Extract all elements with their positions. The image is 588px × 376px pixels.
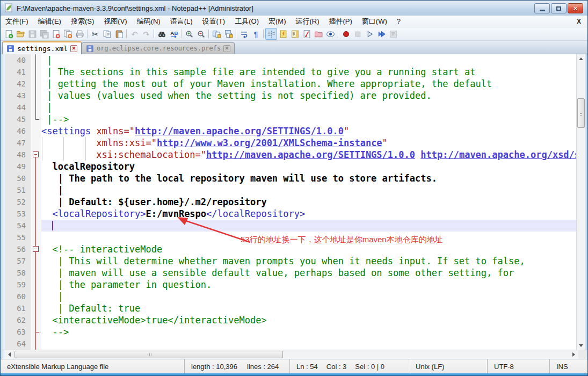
code-editor[interactable]: 40 |41 | The sections in this sample fil… bbox=[5, 54, 576, 350]
function-list-button[interactable] bbox=[301, 28, 313, 40]
code-text[interactable]: | maven will use a sensible default valu… bbox=[41, 267, 576, 279]
code-text[interactable] bbox=[41, 232, 576, 243]
code-text[interactable]: |--> bbox=[41, 113, 576, 125]
code-text[interactable]: <!-- interactiveMode bbox=[41, 243, 576, 255]
code-text[interactable]: | getting the most out of your Maven ins… bbox=[41, 78, 576, 90]
menu-item-encoding[interactable]: 编码(N) bbox=[132, 16, 165, 27]
code-line-47: 47 xmlns:xsi="http://www.w3.org/2001/XML… bbox=[5, 137, 576, 149]
code-text[interactable]: | the parameter in question. bbox=[41, 279, 576, 291]
find-button[interactable] bbox=[156, 28, 168, 40]
code-text[interactable]: | Default: ${user.home}/.m2/repository bbox=[41, 196, 576, 208]
print-button[interactable] bbox=[74, 28, 85, 40]
collapse-minus-icon[interactable] bbox=[33, 246, 39, 252]
horizontal-scrollbar[interactable] bbox=[5, 350, 578, 359]
code-text[interactable]: | The sections in this sample file are i… bbox=[41, 66, 576, 78]
scroll-left-button[interactable] bbox=[5, 350, 14, 359]
code-text[interactable]: <settings xmlns="http://maven.apache.org… bbox=[41, 125, 576, 137]
menu-item-macro[interactable]: 宏(M) bbox=[264, 16, 291, 27]
status-insert-mode[interactable]: INS bbox=[550, 359, 587, 373]
code-text[interactable]: | The path to the local repository maven… bbox=[41, 172, 576, 184]
toolbar-separator bbox=[338, 30, 338, 38]
sync-vertical-button[interactable] bbox=[210, 28, 222, 40]
menu-item-edit[interactable]: 编辑(E) bbox=[33, 16, 66, 27]
word-wrap-button[interactable] bbox=[238, 28, 250, 40]
close-document-x[interactable]: X bbox=[570, 18, 587, 25]
code-text[interactable] bbox=[41, 338, 576, 350]
menu-item-tools[interactable]: 工具(O) bbox=[230, 16, 264, 27]
undo-button[interactable]: ↶ bbox=[128, 28, 140, 40]
macro-run-multiple-button[interactable] bbox=[375, 28, 387, 40]
replace-button[interactable]: AB bbox=[168, 28, 179, 40]
save-all-button[interactable] bbox=[38, 28, 50, 40]
code-text[interactable]: <localRepository>E:/mvnRespo</localRepos… bbox=[41, 208, 576, 220]
code-text[interactable]: xmlns:xsi="http://www.w3.org/2001/XMLSch… bbox=[41, 137, 576, 149]
fold-toggle[interactable] bbox=[31, 243, 41, 255]
redo-button[interactable]: ↷ bbox=[140, 28, 152, 40]
menu-item-settings[interactable]: 设置(T) bbox=[198, 16, 230, 27]
sync-horizontal-button[interactable] bbox=[222, 28, 234, 40]
menu-item-plugins[interactable]: 插件(P) bbox=[324, 16, 357, 27]
scroll-down-button[interactable] bbox=[577, 341, 585, 350]
code-line-58: 58 | maven will use a sensible default v… bbox=[5, 267, 576, 279]
cut-button[interactable]: ✂ bbox=[89, 28, 101, 40]
status-encoding[interactable]: UTF-8 bbox=[488, 359, 550, 373]
save-file-button[interactable] bbox=[26, 28, 38, 40]
code-text[interactable]: --> bbox=[41, 326, 576, 338]
status-position: Ln : 54 Col : 3 Sel : 0 | 0 bbox=[290, 359, 409, 373]
maximize-button[interactable] bbox=[551, 3, 567, 13]
tab-org-eclipse-prefs[interactable]: org.eclipse.core.resources.prefs✕ bbox=[82, 42, 235, 54]
macro-play-button[interactable] bbox=[364, 28, 375, 40]
code-text[interactable]: <interactiveMode>true</interactiveMode> bbox=[41, 314, 576, 326]
zoom-out-button[interactable] bbox=[195, 28, 207, 40]
menu-item-search[interactable]: 搜索(S) bbox=[66, 16, 99, 27]
menu-item-language[interactable]: 语言(L) bbox=[165, 16, 198, 27]
title-bar[interactable]: F:\Maven\apache-maven-3.3.9\conf\setting… bbox=[1, 1, 587, 16]
close-file-button[interactable] bbox=[50, 28, 62, 40]
menu-item-window[interactable]: 窗口(W) bbox=[357, 16, 392, 27]
paste-button[interactable] bbox=[113, 28, 125, 40]
open-file-button[interactable] bbox=[14, 28, 26, 40]
menu-item-run[interactable]: 运行(R) bbox=[291, 16, 324, 27]
folder-workspace-button[interactable] bbox=[313, 28, 324, 40]
monitoring-button[interactable] bbox=[324, 28, 336, 40]
tab-settings-xml[interactable]: settings.xml✕ bbox=[2, 41, 82, 54]
code-text[interactable]: | bbox=[41, 102, 576, 113]
code-text[interactable]: localRepository bbox=[41, 161, 576, 172]
fold-margin bbox=[31, 113, 41, 125]
code-text[interactable]: | bbox=[41, 184, 576, 196]
show-all-characters-button[interactable]: ¶ bbox=[250, 28, 262, 40]
collapse-minus-icon[interactable] bbox=[33, 151, 39, 157]
code-text[interactable]: xsi:schemaLocation="http://maven.apache.… bbox=[41, 149, 576, 161]
vertical-scroll-thumb[interactable] bbox=[577, 98, 585, 128]
define-language-button[interactable] bbox=[277, 28, 289, 40]
menu-item-help[interactable]: ? bbox=[392, 16, 405, 27]
horizontal-scroll-thumb[interactable] bbox=[14, 351, 283, 358]
minimize-button[interactable] bbox=[534, 3, 550, 13]
close-all-button[interactable] bbox=[62, 28, 74, 40]
tab-close-button[interactable]: ✕ bbox=[223, 45, 230, 52]
close-button[interactable]: ✕ bbox=[568, 3, 583, 13]
macro-record-button[interactable] bbox=[340, 28, 352, 40]
menu-item-file[interactable]: 文件(F) bbox=[1, 16, 33, 27]
new-file-button[interactable] bbox=[3, 28, 14, 40]
document-map-button[interactable] bbox=[289, 28, 301, 40]
code-text[interactable]: | Default: true bbox=[41, 302, 576, 314]
code-text[interactable]: | bbox=[41, 291, 576, 302]
status-eol[interactable]: Unix (LF) bbox=[409, 359, 488, 373]
scroll-right-button[interactable] bbox=[569, 350, 578, 359]
fold-toggle[interactable] bbox=[31, 149, 41, 161]
zoom-in-button[interactable] bbox=[183, 28, 195, 40]
macro-stop-button[interactable] bbox=[352, 28, 364, 40]
scroll-up-button[interactable] bbox=[577, 54, 585, 63]
vertical-scrollbar[interactable] bbox=[576, 54, 585, 350]
menu-item-view[interactable]: 视图(V) bbox=[99, 16, 132, 27]
code-text[interactable]: | values (values used when the setting i… bbox=[41, 90, 576, 102]
macro-save-button[interactable] bbox=[387, 28, 399, 40]
tab-close-button[interactable]: ✕ bbox=[70, 45, 77, 52]
code-text[interactable]: | bbox=[41, 54, 576, 66]
show-indent-guide-button[interactable] bbox=[265, 28, 277, 40]
code-text[interactable]: | This will determine whether maven prom… bbox=[41, 255, 576, 267]
copy-button[interactable] bbox=[101, 28, 113, 40]
code-text[interactable] bbox=[41, 220, 576, 232]
saved-file-icon bbox=[86, 45, 94, 53]
